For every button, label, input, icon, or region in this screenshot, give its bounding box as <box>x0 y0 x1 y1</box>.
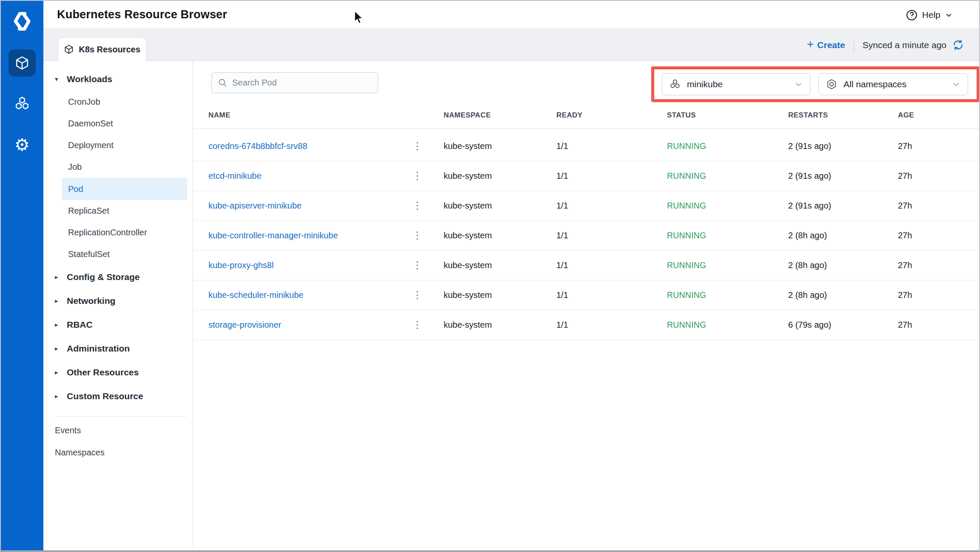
name-cell: etcd-minikube⋮ <box>208 171 444 181</box>
app-window: ⚙ Kubernetes Resource Browser Help <box>0 0 980 552</box>
tree-section-label: Other Resources <box>67 367 139 378</box>
status-cell: RUNNING <box>667 260 788 270</box>
search-icon <box>218 78 228 88</box>
status-cell: RUNNING <box>667 141 788 151</box>
pod-link[interactable]: kube-scheduler-minikube <box>208 290 303 300</box>
kebab-menu-icon[interactable]: ⋮ <box>409 260 426 270</box>
column-header-namespace[interactable]: NAMESPACE <box>444 111 556 120</box>
tree-section-label: RBAC <box>67 320 93 330</box>
tree-section-networking[interactable]: ▸Networking <box>43 289 193 313</box>
page-title: Kubernetes Resource Browser <box>57 8 227 21</box>
column-header-status[interactable]: STATUS <box>667 111 788 120</box>
column-header-ready[interactable]: READY <box>556 111 667 120</box>
triangle-right-icon: ▸ <box>55 392 61 400</box>
name-cell: kube-scheduler-minikube⋮ <box>208 290 444 300</box>
pod-link[interactable]: etcd-minikube <box>208 171 262 181</box>
namespace-select[interactable]: All namespaces <box>818 73 968 95</box>
restarts-cell: 2 (91s ago) <box>788 171 898 181</box>
vertical-divider <box>854 37 854 53</box>
app-logo[interactable] <box>11 10 33 32</box>
namespace-hexagon-icon <box>826 78 838 90</box>
create-button[interactable]: + Create <box>807 39 845 51</box>
search-input[interactable] <box>232 78 360 88</box>
age-cell: 27h <box>898 320 966 330</box>
rail-clusters-button[interactable] <box>9 90 36 117</box>
kebab-menu-icon[interactable]: ⋮ <box>409 201 426 211</box>
chevron-down-icon <box>794 80 803 89</box>
table-row: etcd-minikube⋮kube-system1/1RUNNING2 (91… <box>193 161 979 191</box>
pod-link[interactable]: kube-controller-manager-minikube <box>208 231 338 240</box>
cube-icon <box>64 44 74 54</box>
tree-item-job[interactable]: Job <box>43 156 193 178</box>
column-header-name[interactable]: NAME <box>208 111 444 120</box>
restarts-cell: 2 (8h ago) <box>788 290 898 300</box>
restarts-cell: 2 (8h ago) <box>788 260 898 270</box>
kebab-menu-icon[interactable]: ⋮ <box>409 290 426 300</box>
pod-link[interactable]: kube-proxy-ghs8l <box>208 260 273 270</box>
tree-section-administration[interactable]: ▸Administration <box>43 337 193 360</box>
tree-item-events[interactable]: Events <box>43 419 193 441</box>
tree-section-workloads[interactable]: ▾Workloads <box>43 67 193 91</box>
ready-cell: 1/1 <box>556 260 667 270</box>
tab-label: K8s Resources <box>79 45 140 54</box>
kebab-menu-icon[interactable]: ⋮ <box>409 320 426 330</box>
tree-section-config-storage[interactable]: ▸Config & Storage <box>43 265 193 289</box>
namespace-cell: kube-system <box>444 231 556 240</box>
table-header-row: NAMENAMESPACEREADYSTATUSRESTARTSAGE <box>193 102 979 129</box>
tree-item-namespaces[interactable]: Namespaces <box>43 441 193 463</box>
refresh-icon[interactable] <box>952 39 964 51</box>
table-row: coredns-674b8bbfcf-srv88⋮kube-system1/1R… <box>193 132 979 161</box>
ready-cell: 1/1 <box>556 201 667 211</box>
age-cell: 27h <box>898 290 966 300</box>
pod-link[interactable]: coredns-674b8bbfcf-srv88 <box>208 141 307 151</box>
table-body: coredns-674b8bbfcf-srv88⋮kube-system1/1R… <box>193 132 979 340</box>
tree-divider <box>54 416 187 417</box>
pod-link[interactable]: storage-provisioner <box>208 320 281 330</box>
cluster-icon <box>669 78 681 90</box>
rail-resources-button[interactable] <box>9 49 36 77</box>
sync-status: Synced a minute ago <box>863 39 964 51</box>
kebab-menu-icon[interactable]: ⋮ <box>409 141 426 151</box>
age-cell: 27h <box>898 141 966 151</box>
column-header-age[interactable]: AGE <box>898 111 966 120</box>
help-menu[interactable]: Help <box>906 1 953 29</box>
tree-section-label: Config & Storage <box>67 272 140 282</box>
tab-strip: K8s Resources + Create Synced a minute a… <box>43 29 979 61</box>
triangle-right-icon: ▸ <box>55 273 61 281</box>
tree-item-deployment[interactable]: Deployment <box>43 134 193 156</box>
kebab-menu-icon[interactable]: ⋮ <box>409 231 426 240</box>
table-row: kube-scheduler-minikube⋮kube-system1/1RU… <box>193 280 979 310</box>
tree-item-replicaset[interactable]: ReplicaSet <box>43 200 193 222</box>
status-cell: RUNNING <box>667 201 788 211</box>
tree-item-pod[interactable]: Pod <box>62 178 187 200</box>
namespace-cell: kube-system <box>444 290 556 300</box>
tree-section-custom-resource[interactable]: ▸Custom Resource <box>43 384 193 408</box>
triangle-right-icon: ▸ <box>55 297 61 305</box>
plus-icon: + <box>807 38 814 50</box>
age-cell: 27h <box>898 231 966 240</box>
tree-item-daemonset[interactable]: DaemonSet <box>43 113 193 134</box>
cluster-select[interactable]: minikube <box>662 73 810 95</box>
tab-k8s-resources[interactable]: K8s Resources <box>58 37 146 61</box>
chevron-down-icon <box>945 11 953 19</box>
tree-item-statefulset[interactable]: StatefulSet <box>43 243 193 265</box>
search-box <box>211 72 378 93</box>
name-cell: kube-controller-manager-minikube⋮ <box>208 231 444 240</box>
tree-section-other-resources[interactable]: ▸Other Resources <box>43 360 193 384</box>
column-header-restarts[interactable]: RESTARTS <box>788 111 898 120</box>
name-cell: kube-proxy-ghs8l⋮ <box>208 260 444 270</box>
resource-tree: ▾WorkloadsCronJobDaemonSetDeploymentJobP… <box>43 61 193 550</box>
gear-icon: ⚙ <box>14 136 30 153</box>
create-label: Create <box>817 40 845 50</box>
tree-item-replicationcontroller[interactable]: ReplicationController <box>43 222 193 243</box>
tree-section-label: Custom Resource <box>67 391 143 401</box>
main-panel: minikube All namespaces <box>193 61 979 550</box>
kebab-menu-icon[interactable]: ⋮ <box>409 171 426 181</box>
tree-section-rbac[interactable]: ▸RBAC <box>43 313 193 337</box>
tree-item-cronjob[interactable]: CronJob <box>43 91 193 113</box>
namespace-cell: kube-system <box>444 320 556 330</box>
namespace-cell: kube-system <box>444 171 556 181</box>
ready-cell: 1/1 <box>556 290 667 300</box>
pod-link[interactable]: kube-apiserver-minikube <box>208 201 302 211</box>
rail-settings-button[interactable]: ⚙ <box>9 131 36 158</box>
